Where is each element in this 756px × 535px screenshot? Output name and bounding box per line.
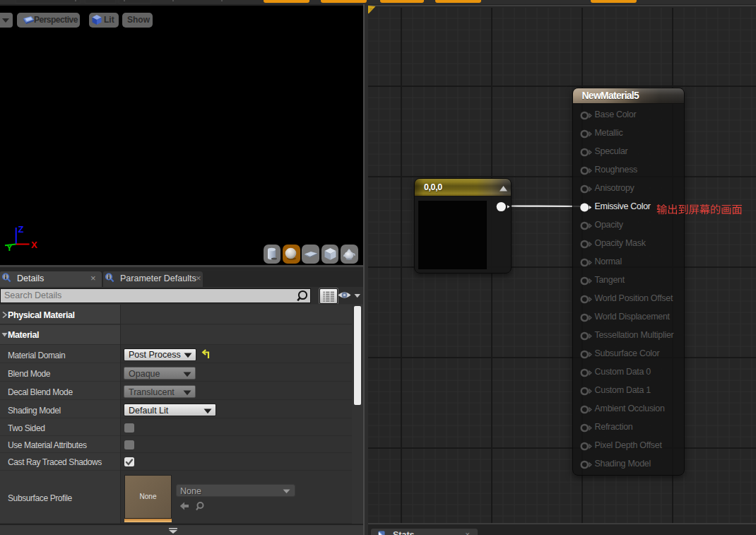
- svg-text:Y: Y: [6, 242, 13, 253]
- svg-text:Z: Z: [18, 224, 24, 235]
- svg-text:X: X: [31, 240, 37, 250]
